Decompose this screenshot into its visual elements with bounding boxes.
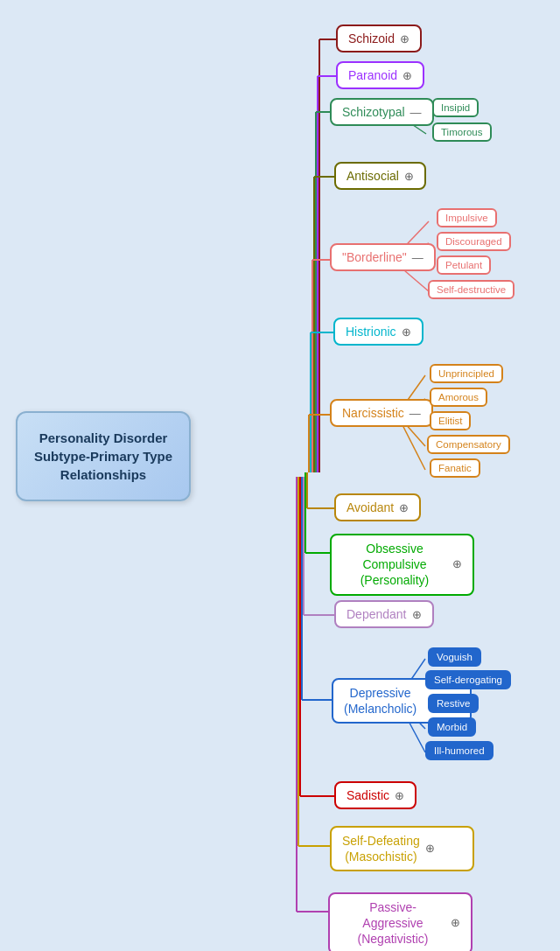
subnode-restive[interactable]: Restive xyxy=(428,694,479,713)
node-avoidant[interactable]: Avoidant ⊕ xyxy=(334,493,421,521)
subnode-insipid[interactable]: Insipid xyxy=(432,98,479,117)
node-avoidant-label: Avoidant xyxy=(346,500,394,514)
expand-icon[interactable]: ⊕ xyxy=(412,608,422,621)
node-passive-aggressive-label: Passive-Aggressive(Negativistic) xyxy=(340,899,445,948)
subnode-fanatic[interactable]: Fanatic xyxy=(430,458,480,478)
subnode-self-destructive[interactable]: Self-destructive xyxy=(428,280,514,299)
node-schizoid[interactable]: Schizoid ⊕ xyxy=(336,24,422,52)
node-schizotypal[interactable]: Schizotypal — xyxy=(330,98,434,126)
node-borderline[interactable]: "Borderline" — xyxy=(330,243,436,271)
expand-icon[interactable]: — xyxy=(410,106,422,119)
expand-icon[interactable]: ⊕ xyxy=(395,789,404,802)
subnode-timorous[interactable]: Timorous xyxy=(432,122,492,142)
expand-icon[interactable]: ⊕ xyxy=(400,32,410,45)
subnode-voguish[interactable]: Voguish xyxy=(428,647,481,667)
subnode-impulsive[interactable]: Impulsive xyxy=(437,208,497,227)
node-schizotypal-label: Schizotypal xyxy=(342,105,405,119)
expand-icon[interactable]: ⊕ xyxy=(452,557,462,572)
subnode-elitist[interactable]: Elitist xyxy=(430,411,471,430)
center-label-text: Personality Disorder Subtype-Primary Typ… xyxy=(34,430,172,482)
subnode-unprincipled[interactable]: Unprincipled xyxy=(430,364,503,383)
node-paranoid-label: Paranoid xyxy=(348,68,397,82)
node-sadistic-label: Sadistic xyxy=(346,788,389,802)
node-self-defeating[interactable]: Self-Defeating(Masochistic) ⊕ xyxy=(330,826,474,871)
node-depressive-label: Depressive(Melancholic) xyxy=(344,685,416,717)
subnode-self-derogating[interactable]: Self-derogating xyxy=(425,670,511,689)
node-dependant-label: Dependant xyxy=(346,607,407,621)
expand-icon[interactable]: ⊕ xyxy=(451,916,460,931)
subnode-morbid[interactable]: Morbid xyxy=(428,717,476,737)
expand-icon[interactable]: ⊕ xyxy=(402,325,411,339)
subnode-compensatory[interactable]: Compensatory xyxy=(427,435,510,454)
node-dependant[interactable]: Dependant ⊕ xyxy=(334,600,434,628)
node-narcissistic[interactable]: Narcissistic — xyxy=(330,399,433,427)
node-paranoid[interactable]: Paranoid ⊕ xyxy=(336,61,424,89)
subnode-petulant[interactable]: Petulant xyxy=(437,255,491,275)
subnode-amorous[interactable]: Amorous xyxy=(430,388,487,407)
subnode-discouraged[interactable]: Discouraged xyxy=(437,232,511,251)
node-ocp-label: Obsessive Compulsive(Personality) xyxy=(342,541,447,589)
node-ocp[interactable]: Obsessive Compulsive(Personality) ⊕ xyxy=(330,534,474,596)
expand-icon[interactable]: ⊕ xyxy=(399,501,409,514)
expand-icon[interactable]: — xyxy=(410,407,421,420)
node-sadistic[interactable]: Sadistic ⊕ xyxy=(334,781,416,809)
mind-map: Personality Disorder Subtype-Primary Typ… xyxy=(0,0,560,951)
node-antisocial-label: Antisocial xyxy=(346,169,399,183)
node-schizoid-label: Schizoid xyxy=(348,31,395,45)
node-borderline-label: "Borderline" xyxy=(342,250,407,264)
node-histrionic[interactable]: Histrionic ⊕ xyxy=(333,318,424,346)
expand-icon[interactable]: ⊕ xyxy=(402,69,412,82)
expand-icon[interactable]: ⊕ xyxy=(425,842,435,857)
node-antisocial[interactable]: Antisocial ⊕ xyxy=(334,162,426,190)
center-label: Personality Disorder Subtype-Primary Typ… xyxy=(16,411,191,501)
node-narcissistic-label: Narcissistic xyxy=(342,406,404,420)
node-passive-aggressive[interactable]: Passive-Aggressive(Negativistic) ⊕ xyxy=(328,892,472,951)
node-histrionic-label: Histrionic xyxy=(346,325,396,339)
expand-icon[interactable]: — xyxy=(412,251,424,264)
expand-icon[interactable]: ⊕ xyxy=(404,170,414,183)
subnode-ill-humored[interactable]: Ill-humored xyxy=(425,741,494,760)
node-self-defeating-label: Self-Defeating(Masochistic) xyxy=(342,833,420,864)
